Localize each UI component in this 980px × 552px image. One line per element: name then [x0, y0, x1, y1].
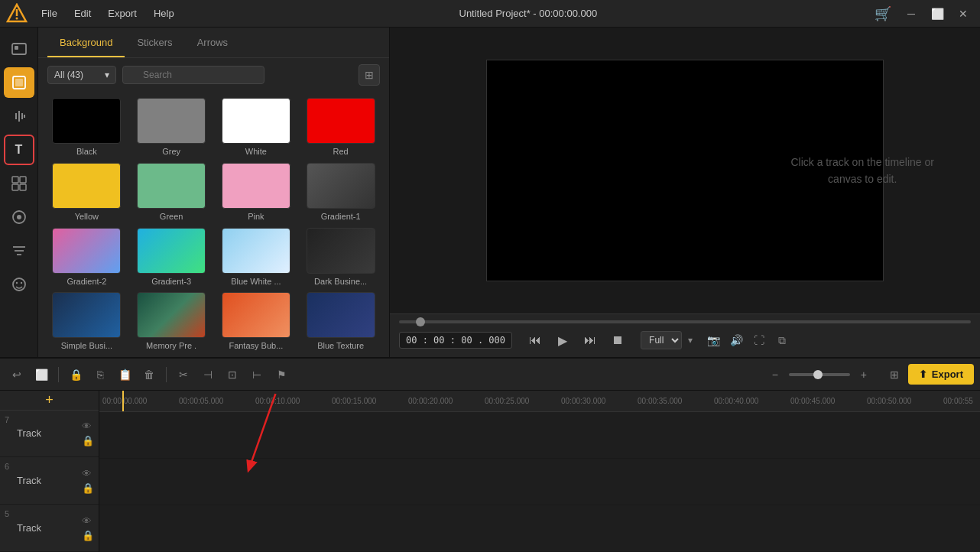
fullscreen-button[interactable]: ⛶ — [749, 330, 769, 350]
category-dropdown[interactable]: All (43) ▾ — [47, 66, 116, 84]
split-button[interactable]: ⊣ — [197, 364, 219, 385]
track-number-6: 6 — [5, 462, 9, 471]
bg-item-bluewhite[interactable]: Blue White ... — [217, 228, 296, 287]
timeline-track-6[interactable] — [99, 459, 980, 505]
bg-item-grey[interactable]: Grey — [132, 98, 211, 157]
sidebar-icon-sticker[interactable] — [4, 269, 34, 300]
screenshot-button[interactable]: 📷 — [703, 330, 723, 350]
search-input[interactable] — [122, 66, 264, 84]
svg-point-2 — [16, 17, 18, 19]
bg-item-fantasybub[interactable]: Fantasy Bub... — [217, 292, 296, 351]
resolution-select[interactable]: Full 1/2 1/4 — [641, 331, 682, 349]
bg-item-gradient1[interactable]: Gradient-1 — [301, 163, 380, 222]
lock-button[interactable]: 🔒 — [65, 364, 86, 385]
tab-background[interactable]: Background — [47, 28, 125, 57]
ruler-mark-5: 00:00:25.000 — [483, 397, 560, 405]
maximize-button[interactable]: ⬜ — [926, 6, 948, 21]
track-6-visibility[interactable]: 👁 — [82, 468, 94, 479]
track-6-lock[interactable]: 🔒 — [82, 482, 94, 494]
bg-swatch-fantasybub — [222, 292, 290, 338]
cart-icon[interactable]: 🛒 — [875, 5, 891, 22]
bg-item-pink[interactable]: Pink — [217, 163, 296, 222]
sidebar-icon-filter[interactable] — [4, 235, 34, 266]
bg-item-memorypre[interactable]: Memory Pre . — [132, 292, 211, 351]
flag-button[interactable]: ⚑ — [271, 364, 292, 385]
delete-button[interactable]: 🗑 — [138, 364, 160, 385]
grid-view-button[interactable]: ⊞ — [359, 64, 380, 86]
bg-item-black[interactable]: Black — [47, 98, 126, 157]
sidebar-icon-audio[interactable] — [4, 101, 34, 132]
svg-rect-12 — [12, 177, 18, 183]
svg-rect-14 — [12, 184, 18, 190]
scissors-button[interactable]: ✂ — [173, 364, 194, 385]
svg-point-22 — [15, 282, 17, 284]
bg-label-gradient2: Gradient-2 — [67, 277, 106, 286]
play-button[interactable]: ▶ — [552, 330, 573, 351]
history-button[interactable]: ⊞ — [884, 364, 905, 385]
progress-thumb — [416, 317, 425, 326]
bg-item-darkbiz[interactable]: Dark Busine... — [301, 228, 380, 287]
playback-progress[interactable] — [399, 320, 971, 323]
undo-button[interactable]: ↩ — [6, 364, 28, 385]
tab-arrows[interactable]: Arrows — [185, 28, 240, 57]
trim-button[interactable]: ⊢ — [246, 364, 268, 385]
zoom-in-button[interactable]: + — [853, 364, 875, 385]
bg-item-white[interactable]: White — [217, 98, 296, 157]
track-row-5: 5 Track 👁 🔒 — [0, 505, 99, 552]
bg-label-simplebiz: Simple Busi... — [61, 341, 112, 350]
track-5-visibility[interactable]: 👁 — [82, 515, 94, 527]
track-7-lock[interactable]: 🔒 — [82, 435, 94, 446]
bg-item-simplebiz[interactable]: Simple Busi... — [47, 292, 126, 351]
cut-square-button[interactable]: ⬜ — [31, 364, 52, 385]
svg-point-17 — [17, 215, 21, 219]
track-5-lock[interactable]: 🔒 — [82, 530, 94, 541]
bg-swatch-grey — [137, 98, 206, 144]
bg-swatch-black — [52, 98, 121, 144]
fast-forward-button[interactable]: ⏭ — [579, 330, 601, 351]
stop-button[interactable]: ⏹ — [607, 330, 628, 351]
track-number-5: 5 — [5, 509, 9, 518]
timeline-track-5[interactable] — [99, 505, 980, 552]
sidebar-icon-text[interactable]: T — [4, 135, 34, 165]
paste-button[interactable]: 📋 — [114, 364, 135, 385]
volume-button[interactable]: 🔊 — [726, 330, 746, 350]
export-label: Export — [932, 369, 963, 380]
export-button[interactable]: ⬆ Export — [908, 364, 974, 385]
crop-button[interactable]: ⊡ — [222, 364, 243, 385]
track-7-visibility[interactable]: 👁 — [82, 420, 94, 432]
zoom-out-button[interactable]: − — [764, 364, 786, 385]
bg-label-yellow: Yellow — [75, 212, 99, 221]
menu-export[interactable]: Export — [100, 5, 144, 22]
menu-edit[interactable]: Edit — [67, 5, 99, 22]
rewind-button[interactable]: ⏮ — [524, 330, 546, 351]
bg-item-gradient3[interactable]: Gradient-3 — [132, 228, 211, 287]
menu-file[interactable]: File — [34, 5, 65, 22]
menu-bar: File Edit Export Help — [34, 5, 182, 22]
sidebar-icon-effects[interactable] — [4, 168, 34, 199]
svg-rect-15 — [20, 184, 26, 190]
extra-playback-buttons: 📷 🔊 ⛶ ⧉ — [703, 330, 792, 350]
ruler-mark-8: 00:00:40.000 — [712, 397, 789, 405]
bg-label-bluetex: Blue Texture — [317, 341, 364, 350]
close-button[interactable]: ✕ — [952, 6, 974, 21]
timeline-playhead — [122, 391, 124, 411]
bg-item-red[interactable]: Red — [301, 98, 380, 157]
duplicate-button[interactable]: ⧉ — [772, 330, 792, 350]
copy-button[interactable]: ⎘ — [89, 364, 111, 385]
minimize-button[interactable]: ─ — [900, 6, 922, 21]
zoom-slider[interactable] — [789, 373, 850, 376]
tab-stickers[interactable]: Stickers — [125, 28, 184, 57]
sidebar-icon-color[interactable] — [4, 202, 34, 232]
add-track-header[interactable]: + — [0, 391, 99, 411]
sidebar-icon-media[interactable] — [4, 34, 34, 64]
sidebar-icon-layers[interactable] — [4, 67, 34, 98]
bg-item-green[interactable]: Green — [132, 163, 211, 222]
timeline-track-7[interactable] — [99, 412, 980, 459]
bg-item-bluetex[interactable]: Blue Texture — [301, 292, 380, 351]
track-row-7: 7 Track 👁 🔒 — [0, 411, 99, 458]
timeline-content: 00:00:00.000 00:00:05.000 00:00:10.000 0… — [99, 391, 980, 552]
preview-canvas: Click a track on the timeline or canvas … — [390, 28, 980, 313]
bg-item-gradient2[interactable]: Gradient-2 — [47, 228, 126, 287]
bg-item-yellow[interactable]: Yellow — [47, 163, 126, 222]
menu-help[interactable]: Help — [146, 5, 182, 22]
